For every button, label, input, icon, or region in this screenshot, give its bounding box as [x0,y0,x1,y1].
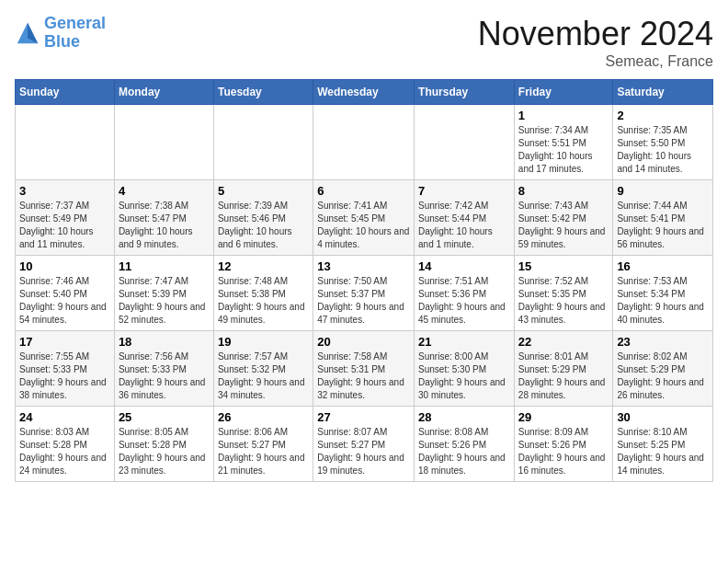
day-info: Sunrise: 8:01 AM Sunset: 5:29 PM Dayligh… [518,350,609,402]
calendar-cell: 16Sunrise: 7:53 AM Sunset: 5:34 PM Dayli… [613,256,713,331]
calendar-cell: 13Sunrise: 7:50 AM Sunset: 5:37 PM Dayli… [313,256,415,331]
day-number: 11 [119,259,210,273]
calendar-cell: 4Sunrise: 7:38 AM Sunset: 5:47 PM Daylig… [114,180,213,256]
month-title: November 2024 [478,15,713,53]
calendar-cell: 28Sunrise: 8:08 AM Sunset: 5:26 PM Dayli… [415,407,515,482]
calendar-cell: 6Sunrise: 7:41 AM Sunset: 5:45 PM Daylig… [313,180,415,256]
day-number: 26 [218,410,309,424]
day-number: 13 [317,259,410,273]
day-info: Sunrise: 7:35 AM Sunset: 5:50 PM Dayligh… [617,124,709,176]
day-number: 30 [617,410,709,424]
logo-line2: Blue [44,32,80,51]
day-info: Sunrise: 7:44 AM Sunset: 5:41 PM Dayligh… [617,200,709,251]
day-info: Sunrise: 8:09 AM Sunset: 5:26 PM Dayligh… [518,426,609,477]
day-number: 20 [317,335,410,349]
title-area: November 2024 Semeac, France [478,15,713,70]
day-info: Sunrise: 8:00 AM Sunset: 5:30 PM Dayligh… [418,350,510,402]
calendar-cell: 21Sunrise: 8:00 AM Sunset: 5:30 PM Dayli… [415,331,515,407]
day-number: 17 [19,335,110,349]
calendar-cell: 1Sunrise: 7:34 AM Sunset: 5:51 PM Daylig… [514,105,613,180]
calendar-cell: 3Sunrise: 7:37 AM Sunset: 5:49 PM Daylig… [16,180,115,256]
logo-text: General Blue [44,15,106,52]
calendar-cell: 12Sunrise: 7:48 AM Sunset: 5:38 PM Dayli… [213,256,313,331]
day-info: Sunrise: 8:06 AM Sunset: 5:27 PM Dayligh… [218,426,309,477]
day-info: Sunrise: 7:48 AM Sunset: 5:38 PM Dayligh… [218,275,309,327]
day-number: 18 [119,335,210,349]
weekday-header: Wednesday [313,80,415,105]
calendar-cell: 8Sunrise: 7:43 AM Sunset: 5:42 PM Daylig… [514,180,613,256]
calendar-cell: 23Sunrise: 8:02 AM Sunset: 5:29 PM Dayli… [613,331,713,407]
calendar-cell: 2Sunrise: 7:35 AM Sunset: 5:50 PM Daylig… [613,105,713,180]
day-info: Sunrise: 7:47 AM Sunset: 5:39 PM Dayligh… [119,275,210,327]
day-number: 21 [418,335,510,349]
day-info: Sunrise: 7:50 AM Sunset: 5:37 PM Dayligh… [317,275,410,327]
page-header: General Blue November 2024 Semeac, Franc… [15,15,713,70]
calendar-week-row: 3Sunrise: 7:37 AM Sunset: 5:49 PM Daylig… [16,180,713,256]
day-number: 24 [19,410,110,424]
calendar-cell: 18Sunrise: 7:56 AM Sunset: 5:33 PM Dayli… [114,331,213,407]
day-number: 7 [418,184,510,198]
calendar-week-row: 17Sunrise: 7:55 AM Sunset: 5:33 PM Dayli… [16,331,713,407]
day-info: Sunrise: 8:08 AM Sunset: 5:26 PM Dayligh… [418,426,510,477]
calendar-week-row: 1Sunrise: 7:34 AM Sunset: 5:51 PM Daylig… [16,105,713,180]
day-info: Sunrise: 8:10 AM Sunset: 5:25 PM Dayligh… [617,426,709,477]
day-info: Sunrise: 7:46 AM Sunset: 5:40 PM Dayligh… [19,275,110,327]
day-info: Sunrise: 7:57 AM Sunset: 5:32 PM Dayligh… [218,350,309,402]
day-number: 27 [317,410,410,424]
calendar-cell: 24Sunrise: 8:03 AM Sunset: 5:28 PM Dayli… [16,407,115,482]
calendar-cell: 15Sunrise: 7:52 AM Sunset: 5:35 PM Dayli… [514,256,613,331]
day-info: Sunrise: 8:05 AM Sunset: 5:28 PM Dayligh… [119,426,210,477]
day-info: Sunrise: 8:07 AM Sunset: 5:27 PM Dayligh… [317,426,410,477]
day-number: 22 [518,335,609,349]
weekday-header: Friday [514,80,613,105]
calendar-cell: 7Sunrise: 7:42 AM Sunset: 5:44 PM Daylig… [415,180,515,256]
day-number: 29 [518,410,609,424]
day-number: 3 [19,184,110,198]
logo-line1: General [44,14,106,32]
day-info: Sunrise: 7:37 AM Sunset: 5:49 PM Dayligh… [19,200,110,251]
day-info: Sunrise: 7:56 AM Sunset: 5:33 PM Dayligh… [119,350,210,402]
logo: General Blue [15,15,106,52]
day-info: Sunrise: 8:03 AM Sunset: 5:28 PM Dayligh… [19,426,110,477]
weekday-row: SundayMondayTuesdayWednesdayThursdayFrid… [16,80,713,105]
calendar-cell: 17Sunrise: 7:55 AM Sunset: 5:33 PM Dayli… [16,331,115,407]
calendar-week-row: 24Sunrise: 8:03 AM Sunset: 5:28 PM Dayli… [16,407,713,482]
calendar-cell: 14Sunrise: 7:51 AM Sunset: 5:36 PM Dayli… [415,256,515,331]
logo-icon [15,20,40,46]
day-info: Sunrise: 7:53 AM Sunset: 5:34 PM Dayligh… [617,275,709,327]
calendar-cell: 11Sunrise: 7:47 AM Sunset: 5:39 PM Dayli… [114,256,213,331]
weekday-header: Sunday [16,80,115,105]
day-info: Sunrise: 7:34 AM Sunset: 5:51 PM Dayligh… [518,124,609,176]
day-info: Sunrise: 7:43 AM Sunset: 5:42 PM Dayligh… [518,200,609,251]
day-number: 15 [518,259,609,273]
calendar-cell: 20Sunrise: 7:58 AM Sunset: 5:31 PM Dayli… [313,331,415,407]
calendar-cell [313,105,415,180]
calendar-cell: 26Sunrise: 8:06 AM Sunset: 5:27 PM Dayli… [213,407,313,482]
weekday-header: Saturday [613,80,713,105]
calendar-cell: 9Sunrise: 7:44 AM Sunset: 5:41 PM Daylig… [613,180,713,256]
day-number: 5 [218,184,309,198]
calendar-cell: 10Sunrise: 7:46 AM Sunset: 5:40 PM Dayli… [16,256,115,331]
location: Semeac, France [478,53,713,70]
day-info: Sunrise: 7:58 AM Sunset: 5:31 PM Dayligh… [317,350,410,402]
day-number: 19 [218,335,309,349]
day-number: 28 [418,410,510,424]
day-number: 12 [218,259,309,273]
calendar-table: SundayMondayTuesdayWednesdayThursdayFrid… [15,79,713,482]
calendar-cell: 29Sunrise: 8:09 AM Sunset: 5:26 PM Dayli… [514,407,613,482]
weekday-header: Tuesday [213,80,313,105]
weekday-header: Monday [114,80,213,105]
day-number: 9 [617,184,709,198]
day-info: Sunrise: 8:02 AM Sunset: 5:29 PM Dayligh… [617,350,709,402]
day-info: Sunrise: 7:55 AM Sunset: 5:33 PM Dayligh… [19,350,110,402]
day-info: Sunrise: 7:42 AM Sunset: 5:44 PM Dayligh… [418,200,510,251]
day-number: 23 [617,335,709,349]
calendar-cell: 22Sunrise: 8:01 AM Sunset: 5:29 PM Dayli… [514,331,613,407]
calendar-body: 1Sunrise: 7:34 AM Sunset: 5:51 PM Daylig… [16,105,713,482]
day-info: Sunrise: 7:38 AM Sunset: 5:47 PM Dayligh… [119,200,210,251]
calendar-cell: 27Sunrise: 8:07 AM Sunset: 5:27 PM Dayli… [313,407,415,482]
calendar-cell [415,105,515,180]
day-number: 25 [119,410,210,424]
calendar-cell: 19Sunrise: 7:57 AM Sunset: 5:32 PM Dayli… [213,331,313,407]
calendar-cell [213,105,313,180]
